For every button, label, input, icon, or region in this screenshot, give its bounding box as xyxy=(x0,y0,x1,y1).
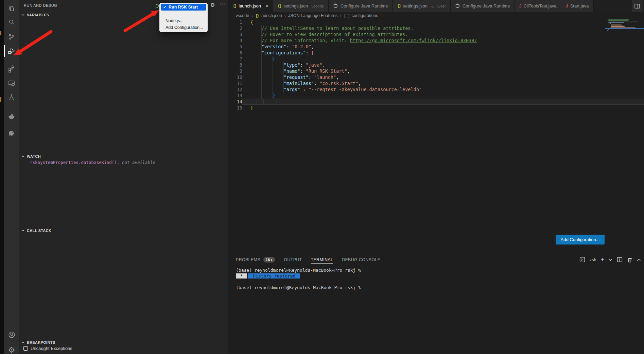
code-line-9[interactable]: 9 "name": "Run RSK Start", xyxy=(228,68,644,74)
extensions-icon[interactable] xyxy=(4,61,19,77)
run-and-debug-sidebar: RUN AND DEBUG ⚙ ⋯ VARIABLES WATCH rskSys… xyxy=(19,0,228,354)
line-content: "version": "0.2.0", xyxy=(242,44,644,50)
panel-tab-label: DEBUG CONSOLE xyxy=(342,257,380,262)
text-cursor xyxy=(265,99,265,104)
kill-terminal-trash-icon[interactable] xyxy=(627,257,632,263)
split-editor-icon[interactable] xyxy=(632,0,643,12)
tab-launch-json[interactable]: {}launch.json× xyxy=(228,0,273,12)
docker-icon[interactable] xyxy=(4,108,19,124)
code-editor[interactable]: 1{2 // Use IntelliSense to learn about p… xyxy=(228,19,644,111)
code-line-2[interactable]: 2 // Use IntelliSense to learn about pos… xyxy=(228,25,644,31)
panel-tab-problems[interactable]: PROBLEMS1K+ xyxy=(236,254,275,265)
panel-tabs: PROBLEMS1K+OUTPUTTERMINALDEBUG CONSOLE xyxy=(236,254,380,265)
tab-configure-java-runtime[interactable]: Configure Java Runtime xyxy=(451,0,515,12)
configuration-dropdown: ✓ Run RSK Start Node.js...Add Configurat… xyxy=(159,3,208,32)
tab-label: Start.java xyxy=(570,3,589,9)
watch-expression-row[interactable]: rskSystemProperties.databaseKind(): not … xyxy=(30,160,155,165)
breadcrumb-item-vscode[interactable]: .vscode xyxy=(234,13,249,18)
close-tab-icon[interactable]: × xyxy=(265,3,268,9)
breadcrumb-label: configurations xyxy=(352,13,378,18)
code-line-15[interactable]: 15} xyxy=(228,105,644,111)
terminal-dropdown-icon[interactable] xyxy=(609,258,612,261)
breadcrumb-label: .vscode xyxy=(234,13,249,18)
code-line-11[interactable]: 11 "mainClass": "co.rsk.Start", xyxy=(228,80,644,86)
remote-explorer-icon[interactable] xyxy=(4,75,19,91)
search-icon[interactable] xyxy=(4,14,19,30)
tab-settings-json-user[interactable]: {}settings.json~/.../User xyxy=(393,0,451,12)
code-line-8[interactable]: 8 "type": "java", xyxy=(228,62,644,68)
code-line-1[interactable]: 1{ xyxy=(228,19,644,25)
panel-tab-output[interactable]: OUTPUT xyxy=(284,254,302,265)
tab-start-java[interactable]: JStart.java xyxy=(561,0,593,12)
tab-bar: {}launch.json×{}settings.json.vscodeConf… xyxy=(228,0,644,12)
tab-label: settings.json xyxy=(283,3,308,9)
line-number: 4 xyxy=(228,37,242,44)
line-content: "configurations": [ xyxy=(242,50,644,56)
desktop-edge xyxy=(0,0,4,354)
section-label: CALL STACK xyxy=(27,229,51,233)
code-line-7[interactable]: 7 { xyxy=(228,56,644,62)
code-line-14[interactable]: 14 ] xyxy=(228,99,644,105)
code-line-3[interactable]: 3 // Hover to view descriptions of exist… xyxy=(228,31,644,37)
uncaught-exceptions-row[interactable]: Uncaught Exceptions xyxy=(23,346,72,351)
tab-label: Configure Java Runtime xyxy=(463,3,510,9)
java-file-icon: J xyxy=(565,3,568,9)
tab-settings-json-vscode[interactable]: {}settings.json.vscode xyxy=(273,0,329,12)
line-content: "args" : "--regtest -Xkeyvalue.datasourc… xyxy=(242,86,644,92)
terminal-output[interactable]: (base) reynoldmorel@Reynolds-MacBook-Pro… xyxy=(236,267,361,290)
line-number: 9 xyxy=(228,68,242,74)
code-line-12[interactable]: 12 "args" : "--regtest -Xkeyvalue.dataso… xyxy=(228,86,644,92)
terminal-line: (base) reynoldmorel@Reynolds-MacBook-Pro… xyxy=(236,285,361,290)
line-number: 8 xyxy=(228,62,242,68)
line-content: // Use IntelliSense to learn about possi… xyxy=(242,25,644,31)
breadcrumb-item-launch-json[interactable]: {}launch.json xyxy=(255,13,282,18)
terminal-line: (base) reynoldmorel@Reynolds-MacBook-Pro… xyxy=(236,267,361,273)
code-line-13[interactable]: 13 } xyxy=(228,92,644,99)
line-number: 3 xyxy=(228,31,242,37)
terminal-profile-icon[interactable] xyxy=(579,257,585,263)
split-terminal-icon[interactable] xyxy=(617,257,623,263)
source-control-icon[interactable] xyxy=(4,29,19,45)
line-number: 11 xyxy=(228,80,242,86)
settings-gear-icon[interactable]: ⚙ xyxy=(4,342,19,354)
checkbox-label: Uncaught Exceptions xyxy=(31,346,72,351)
sidebar-title: RUN AND DEBUG xyxy=(24,3,57,7)
views-more-actions-icon[interactable]: ⋯ xyxy=(219,0,225,7)
breadcrumb: .vscode›{}launch.json›JSON Language Feat… xyxy=(234,12,378,19)
panel-tab-terminal[interactable]: TERMINAL xyxy=(311,254,333,265)
breadcrumb-separator: › xyxy=(251,13,253,18)
new-terminal-icon[interactable]: + xyxy=(601,257,604,263)
chevron-down-icon xyxy=(21,341,24,343)
section-label: WATCH xyxy=(27,154,41,158)
code-line-4[interactable]: 4 // For more information, visit: https:… xyxy=(228,37,644,44)
array-symbol-icon: [ ] xyxy=(344,14,350,18)
section-breakpoints[interactable]: BREAKPOINTS xyxy=(19,339,228,346)
code-line-10[interactable]: 10 "request": "launch", xyxy=(228,74,644,80)
dropdown-item-node-js[interactable]: Node.js... xyxy=(166,18,184,24)
line-content: "mainClass": "co.rsk.Start", xyxy=(242,80,644,86)
code-line-6[interactable]: 6 "configurations": [ xyxy=(228,50,644,56)
maximize-panel-icon[interactable] xyxy=(637,258,641,261)
open-launch-config-gear-icon[interactable]: ⚙ xyxy=(210,2,215,8)
line-content: { xyxy=(242,56,644,62)
account-icon[interactable] xyxy=(4,327,19,342)
gradle-icon[interactable] xyxy=(4,125,19,141)
code-line-5[interactable]: 5 "version": "0.2.0", xyxy=(228,44,644,50)
dropdown-selected-item[interactable]: ✓ Run RSK Start xyxy=(161,4,206,11)
json-file-icon: {} xyxy=(278,4,281,8)
dropdown-item-add-configuration[interactable]: Add Configuration... xyxy=(166,25,203,31)
testing-icon[interactable] xyxy=(4,89,19,105)
add-configuration-button[interactable]: Add Configuration... xyxy=(556,235,605,245)
run-and-debug-icon[interactable] xyxy=(4,43,19,59)
section-watch[interactable]: WATCH xyxy=(19,153,228,160)
breadcrumb-item-configurations[interactable]: [ ]configurations xyxy=(344,13,378,18)
section-call-stack[interactable]: CALL STACK xyxy=(19,227,228,234)
breadcrumb-item-json-language-features[interactable]: JSON Language Features xyxy=(288,13,337,18)
panel-tab-debug-console[interactable]: DEBUG CONSOLE xyxy=(342,254,380,265)
uncaught-exceptions-checkbox[interactable] xyxy=(23,346,28,351)
line-content: { xyxy=(242,19,644,25)
tab-clitoolstest-java[interactable]: JCliToolsTest.java xyxy=(515,0,561,12)
line-number: 6 xyxy=(228,50,242,56)
line-number: 5 xyxy=(228,44,242,50)
tab-configure-java-runtime[interactable]: Configure Java Runtime xyxy=(329,0,393,12)
